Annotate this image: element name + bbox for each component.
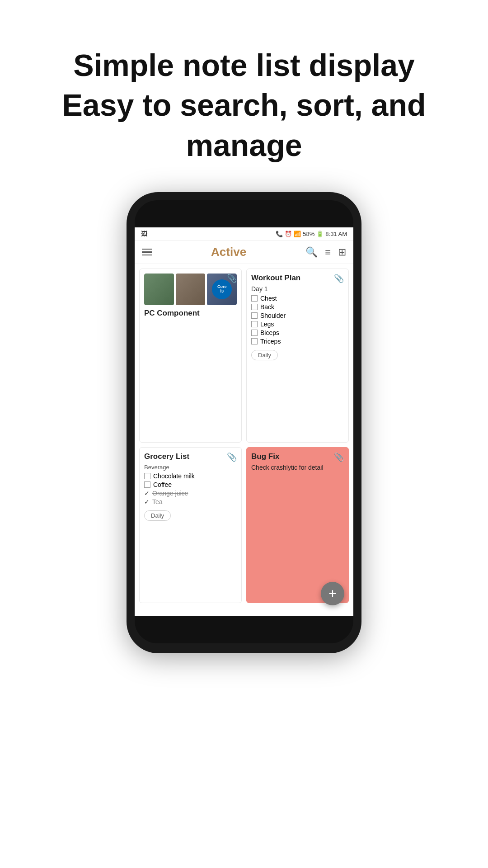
back-checkbox[interactable] bbox=[251, 304, 258, 310]
triceps-checkbox[interactable] bbox=[251, 338, 258, 344]
alarm-icon: ⏰ bbox=[285, 231, 292, 237]
legs-checkbox[interactable] bbox=[251, 321, 258, 327]
pc-image-2 bbox=[176, 274, 206, 305]
phone-bottom-bar bbox=[135, 616, 353, 643]
fab-button[interactable]: + bbox=[321, 582, 344, 605]
workout-day-label: Day 1 bbox=[251, 285, 344, 292]
workout-attach-icon: 📎 bbox=[334, 274, 344, 283]
app-bar-icons: 🔍 ≡ ⊞ bbox=[305, 246, 346, 258]
workout-item-chest: Chest bbox=[251, 295, 344, 302]
chocolate-milk-checkbox[interactable] bbox=[144, 473, 150, 479]
search-button[interactable]: 🔍 bbox=[305, 246, 318, 258]
pc-images: Corei3 bbox=[144, 274, 237, 305]
hero-line2: Easy to search, sort, and manage bbox=[0, 85, 488, 165]
bug-fix-content: Check crashlytic for detail bbox=[251, 464, 344, 471]
biceps-checkbox[interactable] bbox=[251, 330, 258, 336]
grid-button[interactable]: ⊞ bbox=[338, 246, 346, 258]
fab-plus-icon: + bbox=[328, 586, 337, 601]
workout-plan-card[interactable]: Workout Plan 📎 Day 1 Chest Back Shoulder bbox=[246, 269, 349, 443]
bug-fix-attach-icon: 📎 bbox=[334, 452, 344, 462]
tea-label: Tea bbox=[152, 498, 163, 505]
attach-icon: 📎 bbox=[227, 274, 237, 283]
status-bar: 🖼 📞 ⏰ 📶 58% 🔋 8:31 AM bbox=[135, 227, 353, 241]
app-bar: Active 🔍 ≡ ⊞ bbox=[135, 241, 353, 264]
phone-top-bar bbox=[135, 200, 353, 227]
battery-text: 58% bbox=[303, 231, 314, 237]
hero-section: Simple note list display Easy to search,… bbox=[0, 45, 488, 165]
status-left: 🖼 bbox=[141, 230, 147, 237]
grocery-attach-icon: 📎 bbox=[227, 452, 237, 462]
grocery-section-label: Beverage bbox=[144, 464, 237, 471]
phone-icon: 📞 bbox=[276, 231, 283, 237]
wifi-icon: 📶 bbox=[294, 231, 301, 237]
app-bar-title: Active bbox=[211, 245, 246, 259]
legs-label: Legs bbox=[260, 321, 274, 328]
workout-item-legs: Legs bbox=[251, 321, 344, 328]
chest-checkbox[interactable] bbox=[251, 295, 258, 302]
workout-item-biceps: Biceps bbox=[251, 329, 344, 336]
chocolate-milk-label: Chocolate milk bbox=[153, 472, 195, 480]
grocery-list-card[interactable]: Grocery List 📎 Beverage Chocolate milk C… bbox=[139, 447, 242, 603]
grocery-item-tea: ✓ Tea bbox=[144, 498, 237, 505]
grocery-item-chocolate-milk: Chocolate milk bbox=[144, 472, 237, 480]
orange-juice-checkmark: ✓ bbox=[144, 490, 150, 497]
grocery-list-title: Grocery List bbox=[144, 452, 237, 461]
status-right: 📞 ⏰ 📶 58% 🔋 8:31 AM bbox=[276, 231, 347, 237]
workout-item-shoulder: Shoulder bbox=[251, 312, 344, 319]
menu-button[interactable] bbox=[142, 249, 152, 256]
phone-screen: 🖼 📞 ⏰ 📶 58% 🔋 8:31 AM Active 🔍 ≡ bbox=[135, 227, 353, 616]
sort-button[interactable]: ≡ bbox=[325, 246, 331, 258]
bug-fix-card[interactable]: Bug Fix 📎 Check crashlytic for detail bbox=[246, 447, 349, 603]
tea-checkmark: ✓ bbox=[144, 498, 150, 505]
back-label: Back bbox=[260, 303, 274, 311]
chest-label: Chest bbox=[260, 295, 277, 302]
hero-line1: Simple note list display bbox=[0, 45, 488, 85]
shoulder-label: Shoulder bbox=[260, 312, 286, 319]
phone-mockup: 🖼 📞 ⏰ 📶 58% 🔋 8:31 AM Active 🔍 ≡ bbox=[127, 192, 361, 653]
coffee-label: Coffee bbox=[153, 481, 172, 488]
pc-component-card[interactable]: Corei3 PC Component 📎 bbox=[139, 269, 242, 443]
status-image-icon: 🖼 bbox=[141, 230, 147, 237]
notes-grid: Corei3 PC Component 📎 Workout Plan 📎 Day… bbox=[135, 264, 353, 608]
status-time: 8:31 AM bbox=[325, 231, 347, 237]
grocery-daily-badge: Daily bbox=[144, 510, 171, 521]
grocery-item-coffee: Coffee bbox=[144, 481, 237, 488]
bug-fix-title: Bug Fix bbox=[251, 452, 344, 461]
workout-item-triceps: Triceps bbox=[251, 338, 344, 345]
orange-juice-label: Orange juice bbox=[152, 490, 188, 497]
workout-item-back: Back bbox=[251, 303, 344, 311]
coffee-checkbox[interactable] bbox=[144, 481, 150, 488]
workout-plan-title: Workout Plan bbox=[251, 274, 344, 283]
workout-daily-badge: Daily bbox=[251, 350, 278, 360]
pc-image-1 bbox=[144, 274, 174, 305]
grocery-item-orange-juice: ✓ Orange juice bbox=[144, 490, 237, 497]
triceps-label: Triceps bbox=[260, 338, 281, 345]
pc-component-title: PC Component bbox=[144, 309, 237, 318]
shoulder-checkbox[interactable] bbox=[251, 312, 258, 319]
battery-icon: 🔋 bbox=[316, 231, 324, 237]
biceps-label: Biceps bbox=[260, 329, 279, 336]
